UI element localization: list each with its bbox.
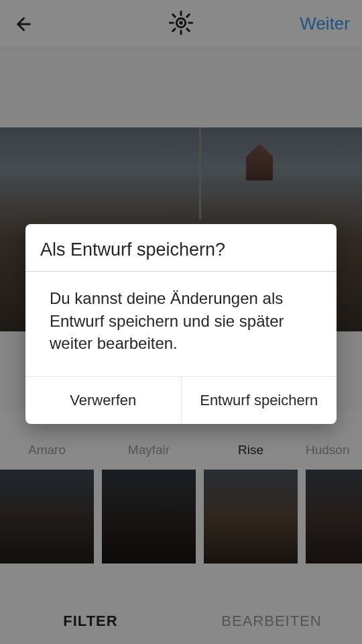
discard-button[interactable]: Verwerfen <box>25 377 181 424</box>
save-draft-button[interactable]: Entwurf speichern <box>181 377 337 424</box>
dialog-actions: Verwerfen Entwurf speichern <box>25 376 337 424</box>
app-root: Weiter Amaro Mayfair Rise Hudson FILTER … <box>0 0 362 644</box>
dialog-message: Du kannst deine Änderungen als Entwurf s… <box>25 272 337 376</box>
save-draft-dialog: Als Entwurf speichern? Du kannst deine Ä… <box>25 224 337 424</box>
dialog-title: Als Entwurf speichern? <box>25 224 337 272</box>
